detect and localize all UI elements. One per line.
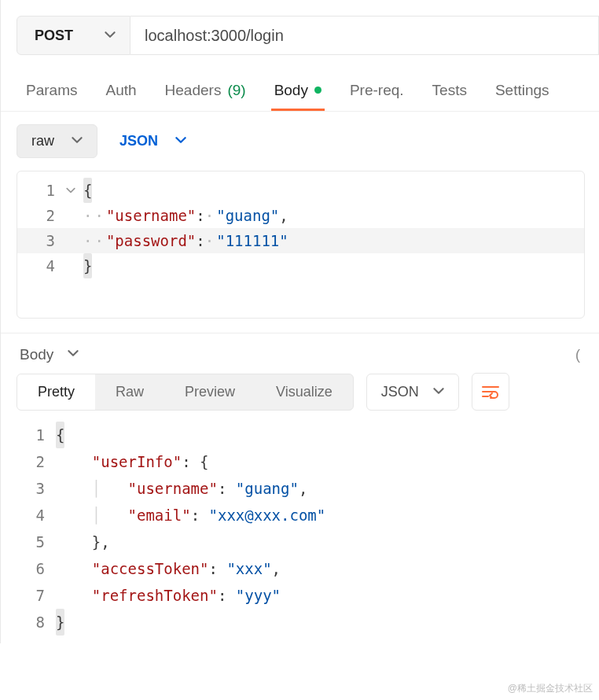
wrap-lines-button[interactable] (472, 373, 509, 411)
http-method-select[interactable]: POST (17, 16, 130, 55)
line-number: 1 (1, 422, 56, 448)
code-line: 4 } (17, 253, 584, 278)
response-view-pretty[interactable]: Pretty (17, 374, 95, 410)
line-number: 8 (1, 609, 56, 636)
code-line: 2 "userInfo": { (1, 448, 599, 475)
response-type-label: JSON (381, 384, 419, 400)
tab-auth[interactable]: Auth (102, 72, 139, 110)
chevron-down-icon (72, 134, 83, 148)
watermark: @稀土掘金技术社区 (508, 682, 593, 695)
code-line: 6 "accessToken": "xxx", (1, 555, 599, 582)
tab-settings[interactable]: Settings (492, 72, 553, 110)
response-meta-icon[interactable]: ( (575, 347, 580, 363)
code-line: 1 { (17, 178, 584, 203)
line-number: 5 (1, 529, 56, 555)
body-type-label: raw (31, 133, 54, 149)
request-body-editor[interactable]: 1 { 2 ··"username":·"guang", 3 ··"passwo… (17, 171, 585, 319)
fold-icon[interactable] (66, 186, 83, 195)
line-number: 6 (1, 555, 56, 582)
headers-count: (9) (227, 82, 245, 99)
response-type-select[interactable]: JSON (366, 374, 459, 411)
response-section-label: Body (20, 346, 53, 363)
line-number: 2 (17, 203, 66, 228)
body-subbar: raw JSON (1, 112, 599, 171)
chevron-down-icon[interactable] (68, 348, 79, 362)
response-view-segment: Pretty Raw Preview Visualize (17, 374, 354, 411)
request-tabs: Params Auth Headers (9) Body Pre-req. Te… (1, 71, 599, 112)
code-line: 1 { (1, 422, 599, 448)
tab-headers[interactable]: Headers (9) (162, 72, 249, 110)
response-view-preview[interactable]: Preview (164, 374, 255, 410)
request-url-input[interactable] (130, 16, 599, 55)
line-number: 4 (1, 502, 56, 529)
response-view-raw[interactable]: Raw (95, 374, 164, 410)
line-number: 3 (1, 475, 56, 502)
line-number: 1 (17, 178, 66, 203)
body-language-label: JSON (119, 133, 158, 149)
body-unsaved-dot-icon (314, 87, 322, 94)
tab-prerequest[interactable]: Pre-req. (347, 72, 407, 110)
response-section-header: Body ( (1, 333, 599, 373)
response-toolbar: Pretty Raw Preview Visualize JSON (1, 373, 599, 411)
tab-body[interactable]: Body (271, 72, 325, 110)
chevron-down-icon (175, 134, 186, 148)
code-line: 2 ··"username":·"guang", (17, 203, 584, 228)
code-line: 5 }, (1, 529, 599, 555)
code-line: 4 │ "email": "xxx@xxx.com" (1, 502, 599, 529)
code-line: 3 ··"password":·"111111" (17, 228, 584, 253)
code-line: 7 "refreshToken": "yyy" (1, 582, 599, 609)
http-method-label: POST (35, 28, 73, 44)
line-number: 7 (1, 582, 56, 609)
chevron-down-icon (105, 29, 116, 42)
body-language-select[interactable]: JSON (119, 133, 186, 149)
line-number: 4 (17, 253, 66, 278)
chevron-down-icon (433, 384, 444, 400)
line-number: 2 (1, 448, 56, 475)
body-type-select[interactable]: raw (17, 124, 97, 158)
wrap-lines-icon (481, 384, 500, 400)
code-line: 8 } (1, 609, 599, 636)
response-view-visualize[interactable]: Visualize (255, 374, 353, 410)
tab-tests[interactable]: Tests (429, 72, 470, 110)
line-number: 3 (17, 228, 66, 253)
code-line: 3 │ "username": "guang", (1, 475, 599, 502)
request-row: POST (1, 0, 599, 71)
response-body-editor[interactable]: 1 { 2 "userInfo": { 3 │ "username": "gua… (1, 411, 599, 643)
tab-params[interactable]: Params (23, 72, 80, 110)
